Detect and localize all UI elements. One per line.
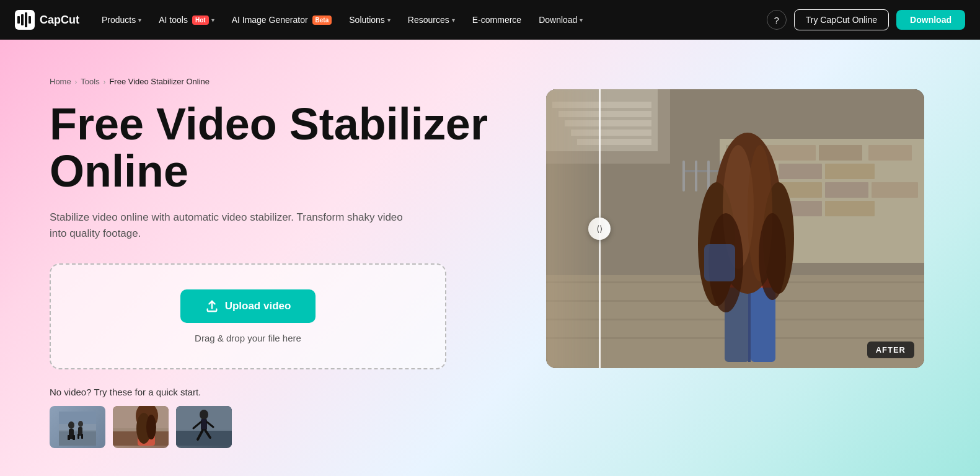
nav-resources[interactable]: Resources ▾: [400, 10, 462, 30]
drag-drop-label: Drag & drop your file here: [195, 333, 301, 343]
hero-section: Home › Tools › Free Video Stabilizer Onl…: [0, 40, 980, 476]
sample-thumb-1[interactable]: [50, 406, 105, 448]
sample-thumbnails: [50, 406, 509, 448]
breadcrumb: Home › Tools › Free Video Stabilizer Onl…: [50, 77, 509, 86]
beta-badge: Beta: [312, 15, 332, 25]
capcut-logo-icon: [15, 10, 35, 30]
svg-rect-54: [825, 201, 875, 216]
before-overlay: [546, 89, 607, 368]
hot-badge: Hot: [192, 15, 209, 25]
thumb3-image: [176, 406, 232, 446]
breadcrumb-sep-2: ›: [104, 78, 106, 86]
breadcrumb-tools[interactable]: Tools: [81, 77, 99, 86]
nav-download[interactable]: Download ▾: [531, 10, 590, 30]
nav-ai-tools[interactable]: AI tools Hot ▾: [151, 10, 221, 30]
svg-rect-46: [779, 164, 822, 179]
svg-rect-7: [59, 424, 96, 431]
svg-rect-50: [825, 182, 868, 198]
brand-name: CapCut: [40, 14, 79, 27]
chevron-down-icon: ▾: [452, 17, 455, 24]
nav-solutions[interactable]: Solutions ▾: [342, 10, 398, 30]
svg-rect-1: [17, 16, 20, 24]
svg-rect-2: [21, 14, 24, 25]
after-label: AFTER: [867, 342, 914, 358]
svg-rect-85: [704, 244, 735, 281]
chevron-down-icon: ▾: [387, 17, 391, 24]
hero-subtitle: Stabilize video online with automatic vi…: [50, 209, 422, 241]
chevron-down-icon: ▾: [138, 17, 141, 24]
chevron-down-icon: ▾: [211, 17, 214, 24]
navbar: CapCut Products ▾ AI tools Hot ▾ AI Imag…: [0, 0, 980, 40]
nav-items: Products ▾ AI tools Hot ▾ AI Image Gener…: [94, 10, 762, 30]
svg-rect-47: [825, 164, 875, 179]
thumb2-image: [113, 406, 169, 446]
upload-button[interactable]: Upload video: [180, 289, 316, 323]
svg-rect-58: [707, 161, 710, 192]
brand-logo[interactable]: CapCut: [15, 10, 79, 30]
svg-rect-3: [25, 12, 27, 27]
svg-point-26: [200, 410, 208, 420]
svg-rect-42: [766, 145, 816, 161]
page-title: Free Video Stabilizer Online: [50, 101, 509, 195]
svg-rect-14: [77, 434, 79, 439]
upload-box[interactable]: Upload video Drag & drop your file here: [50, 263, 446, 369]
preview-container: ⟨⟩ AFTER: [546, 89, 924, 368]
svg-rect-24: [176, 430, 232, 446]
svg-rect-51: [872, 182, 918, 198]
svg-point-84: [759, 213, 786, 300]
svg-rect-57: [695, 161, 697, 192]
nav-ai-image[interactable]: AI Image Generator Beta: [224, 10, 340, 30]
svg-rect-56: [682, 161, 685, 192]
nav-products[interactable]: Products ▾: [94, 10, 149, 30]
nav-right: ? Try CapCut Online Download: [767, 9, 965, 30]
svg-point-8: [68, 421, 74, 429]
sample-thumb-3[interactable]: [176, 406, 232, 448]
breadcrumb-home[interactable]: Home: [50, 77, 71, 86]
svg-point-22: [146, 415, 156, 439]
svg-rect-75: [748, 288, 751, 362]
svg-rect-15: [81, 434, 83, 439]
sample-thumb-2[interactable]: [113, 406, 169, 448]
hero-right: ⟨⟩ AFTER: [546, 89, 930, 368]
svg-rect-27: [201, 419, 207, 430]
svg-rect-11: [73, 435, 75, 440]
svg-rect-10: [68, 435, 70, 440]
breadcrumb-current: Free Video Stabilizer Online: [109, 77, 210, 86]
svg-rect-43: [819, 145, 862, 161]
try-online-button[interactable]: Try CapCut Online: [794, 9, 889, 30]
download-button[interactable]: Download: [896, 10, 965, 30]
svg-point-12: [78, 421, 83, 427]
nav-ecommerce[interactable]: E-commerce: [465, 10, 529, 30]
thumb1-image: [59, 412, 96, 446]
quick-start-label: No video? Try these for a quick start.: [50, 387, 509, 397]
svg-rect-44: [868, 145, 912, 161]
hero-left: Home › Tools › Free Video Stabilizer Onl…: [50, 77, 509, 448]
upload-icon: [205, 299, 219, 313]
chevron-down-icon: ▾: [580, 17, 583, 24]
svg-rect-4: [29, 16, 31, 24]
help-button[interactable]: ?: [767, 10, 787, 30]
breadcrumb-sep-1: ›: [75, 78, 77, 86]
